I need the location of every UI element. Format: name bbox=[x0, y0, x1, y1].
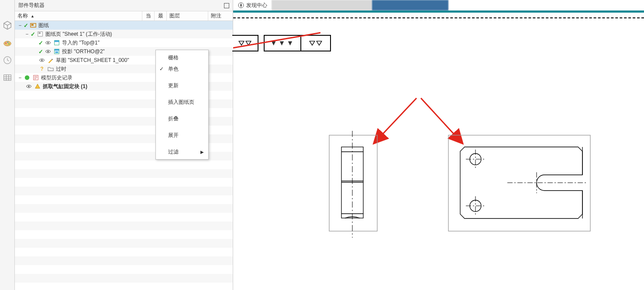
tree-label: 抓取气缸固定块 (1) bbox=[43, 83, 87, 90]
drawing-icon bbox=[30, 22, 37, 29]
tree-node-sheet1[interactable]: − ✓ 图纸页 "Sheet 1" (工作-活动) bbox=[15, 30, 233, 38]
svg-point-2 bbox=[7, 42, 8, 43]
svg-point-0 bbox=[3, 41, 11, 46]
context-menu: 栅格 ✓ 单色 更新 插入图纸页 折叠 展开 过滤 bbox=[155, 50, 209, 160]
tree-label: 过时 bbox=[56, 65, 66, 73]
svg-point-3 bbox=[8, 43, 10, 44]
projection-icon bbox=[53, 48, 60, 55]
check-icon: ✓ bbox=[38, 48, 44, 55]
history-status-icon bbox=[24, 74, 31, 81]
part-warning-icon bbox=[34, 83, 41, 90]
part-navigator-panel: 部件导航器 名称 ▲ 当 最 图层 附注 − ✓ 图纸 − ✓ bbox=[15, 0, 233, 290]
cube-icon[interactable] bbox=[2, 20, 13, 31]
svg-point-11 bbox=[47, 42, 48, 43]
sketch-icon bbox=[47, 57, 54, 64]
tree-node-imported[interactable]: ✓ 导入的 "Top@1" bbox=[15, 38, 233, 47]
check-icon: ✓ bbox=[30, 31, 36, 37]
svg-rect-33 bbox=[448, 135, 590, 231]
eye-icon[interactable] bbox=[25, 83, 32, 90]
sheet-icon bbox=[37, 31, 44, 38]
annotation-arrow-3 bbox=[421, 98, 455, 135]
view-right bbox=[448, 135, 590, 231]
ctx-grid[interactable]: 栅格 bbox=[156, 52, 208, 63]
column-annotation[interactable]: 附注 bbox=[208, 11, 233, 20]
svg-rect-9 bbox=[39, 33, 41, 34]
chevron-right-icon: ▶ bbox=[200, 150, 204, 154]
tree-node-drawing[interactable]: − ✓ 图纸 bbox=[15, 21, 233, 30]
svg-point-24 bbox=[28, 85, 29, 87]
ctx-insert-sheet[interactable]: 插入图纸页 bbox=[156, 96, 208, 108]
tree-label: 图纸页 "Sheet 1" (工作-活动) bbox=[45, 31, 112, 38]
history-icon bbox=[32, 74, 39, 81]
expander-icon[interactable]: − bbox=[24, 31, 30, 37]
tree-label: 投影 "ORTHO@2" bbox=[62, 48, 105, 55]
svg-rect-7 bbox=[31, 24, 34, 26]
panel-title: 部件导航器 bbox=[18, 2, 45, 9]
eye-icon[interactable] bbox=[38, 57, 45, 64]
view-left bbox=[329, 131, 377, 238]
expander-icon[interactable]: − bbox=[17, 75, 23, 81]
expander-icon[interactable]: − bbox=[17, 23, 23, 28]
column-recent[interactable]: 最 bbox=[155, 11, 167, 20]
check-icon: ✓ bbox=[23, 22, 29, 28]
ctx-filter[interactable]: 过滤 ▶ bbox=[156, 146, 208, 157]
ctx-collapse[interactable]: 折叠 bbox=[156, 113, 208, 124]
svg-rect-18 bbox=[55, 51, 59, 53]
column-current[interactable]: 当 bbox=[142, 11, 155, 20]
column-header-row: 名称 ▲ 当 最 图层 附注 bbox=[15, 11, 233, 21]
sort-asc-icon: ▲ bbox=[31, 14, 34, 18]
eye-icon[interactable] bbox=[45, 48, 52, 55]
column-name[interactable]: 名称 ▲ bbox=[15, 11, 142, 20]
svg-point-21 bbox=[25, 75, 30, 80]
left-toolbar bbox=[0, 0, 15, 290]
svg-rect-5 bbox=[3, 75, 11, 81]
palette-icon[interactable] bbox=[2, 37, 13, 48]
ctx-monochrome[interactable]: ✓ 单色 bbox=[156, 63, 208, 75]
drawing-svg bbox=[233, 0, 644, 290]
folder-icon bbox=[47, 65, 54, 72]
tree-label: 图纸 bbox=[38, 22, 49, 29]
ctx-expand[interactable]: 展开 bbox=[156, 130, 208, 141]
svg-point-15 bbox=[47, 51, 48, 52]
grid-icon[interactable] bbox=[2, 72, 13, 83]
warning-icon: ? bbox=[38, 65, 45, 72]
annotation-arrow-1 bbox=[233, 33, 320, 53]
svg-rect-13 bbox=[55, 41, 59, 42]
eye-icon[interactable] bbox=[45, 39, 52, 46]
svg-point-1 bbox=[5, 43, 7, 44]
panel-header: 部件导航器 bbox=[15, 0, 233, 11]
tree-label: 导入的 "Top@1" bbox=[62, 39, 100, 47]
column-layer[interactable]: 图层 bbox=[167, 11, 208, 20]
clock-icon[interactable] bbox=[2, 55, 13, 66]
maximize-button[interactable] bbox=[224, 3, 229, 8]
view-icon bbox=[53, 39, 60, 46]
tree-label: 草图 "SKETCH_SHEET 1_000" bbox=[56, 57, 129, 64]
check-icon: ✓ bbox=[38, 40, 44, 46]
drawing-canvas[interactable]: 发现中心 ▼▼▼ bbox=[233, 0, 644, 290]
ctx-update[interactable]: 更新 bbox=[156, 80, 208, 91]
annotation-arrow-2 bbox=[382, 98, 417, 135]
svg-rect-17 bbox=[55, 49, 59, 51]
check-icon: ✓ bbox=[159, 66, 164, 72]
tree-label: 模型历史记录 bbox=[41, 74, 72, 82]
svg-point-20 bbox=[41, 59, 42, 61]
svg-rect-8 bbox=[38, 32, 43, 37]
